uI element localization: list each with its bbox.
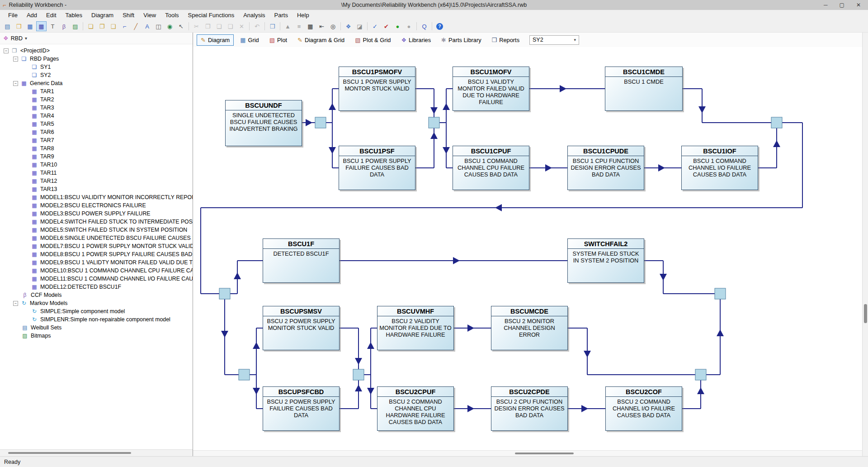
diagram-block-switchfail2[interactable]: SWITCHFAIL2SYSTEM FAILED STUCK IN SYSTEM…: [567, 238, 644, 283]
tree-item-tar3[interactable]: ▦TAR3: [0, 104, 193, 112]
diagram-vertical-scrollbar[interactable]: [862, 33, 868, 456]
menu-item-tables[interactable]: Tables: [61, 11, 87, 19]
grid-toggle-icon[interactable]: ▦: [305, 21, 316, 31]
tree-item-model6[interactable]: ▦MODEL6:SINGLE UNDETECTED BSCU FAILURE C…: [0, 234, 193, 242]
tree-item-ccf-models[interactable]: βCCF Models: [0, 291, 193, 299]
menu-item-view[interactable]: View: [139, 11, 160, 19]
junction-node[interactable]: [429, 117, 439, 128]
block-properties-icon[interactable]: ❖: [343, 21, 354, 31]
junction-node[interactable]: [353, 369, 364, 380]
menu-item-tools[interactable]: Tools: [160, 11, 183, 19]
tree-item-model9[interactable]: ▦MODEL9:BSCU 1 VALIDTY MONITOR FAILED VA…: [0, 258, 193, 267]
tab-diagram[interactable]: ✎Diagram: [197, 34, 234, 46]
menu-item-edit[interactable]: Edit: [42, 11, 61, 19]
tab-plot-grid[interactable]: ▧Plot & Grid: [351, 34, 395, 46]
tree-item-generic-data[interactable]: −▦Generic Data: [0, 79, 193, 87]
cut-icon[interactable]: ✂: [191, 21, 202, 31]
status-green-icon[interactable]: ●: [392, 21, 403, 31]
save-project-icon[interactable]: ▦: [25, 21, 35, 31]
copy-page-icon[interactable]: ❐: [97, 21, 107, 31]
undo-icon[interactable]: ↶: [252, 21, 262, 31]
export-page-icon[interactable]: ◪: [354, 21, 365, 31]
annotate-icon[interactable]: A: [142, 21, 152, 31]
hyperlink-icon[interactable]: ◉: [165, 21, 175, 31]
tree-item-model12[interactable]: ▦MODEL12:DETECTED BSCU1F: [0, 283, 193, 291]
menu-item-file[interactable]: File: [4, 11, 22, 19]
diagram-hscrollbar-thumb[interactable]: [515, 453, 574, 454]
tree-item-model8[interactable]: ▦MODEL8:BSCU 1 POWER SUPPLY FAILURE CAUS…: [0, 250, 193, 258]
diagram-block-bscu1cpude[interactable]: BSCU1CPUDEBSCU 1 CPU FUNCTION DESIGN ERR…: [567, 146, 644, 190]
junction-node[interactable]: [715, 288, 726, 299]
link-pages-icon[interactable]: ⌐: [119, 21, 130, 31]
open-project-icon[interactable]: ❒: [14, 21, 24, 31]
junction-node[interactable]: [771, 117, 782, 128]
help-icon[interactable]: ?: [434, 21, 445, 31]
tree-item-tar4[interactable]: ▦TAR4: [0, 112, 193, 120]
import-page-icon[interactable]: ❏: [85, 21, 96, 31]
menu-item-add[interactable]: Add: [22, 11, 42, 19]
tree-item-simple[interactable]: ↻SIMPLE:Simple component model: [0, 307, 193, 315]
chevron-down-icon[interactable]: ▾: [25, 36, 27, 41]
tree-item-weibull-sets[interactable]: ▤Weibull Sets: [0, 324, 193, 332]
tree-item-simplenr[interactable]: ↻SIMPLENR:Simple non-repairable componen…: [0, 315, 193, 324]
tree-item-sy1[interactable]: ❏SY1: [0, 63, 193, 71]
diagram-block-bscu1f[interactable]: BSCU1FDETECTED BSCU1F: [263, 238, 340, 283]
align-icon[interactable]: ≡: [294, 21, 304, 31]
pan-icon[interactable]: ⇤: [316, 21, 327, 31]
diagram-block-bscu1cpuf[interactable]: BSCU1CPUFBSCU 1 COMMAND CHANNEL CPU FAIL…: [453, 146, 529, 190]
junction-node[interactable]: [315, 117, 326, 128]
tree-item-model4[interactable]: ▦MODEL4:SWITCH FAILED STUCK TO INTERMEDI…: [0, 218, 193, 226]
tree-item-tar7[interactable]: ▦TAR7: [0, 136, 193, 144]
diagram-block-bscu2cof[interactable]: BSCU2COFBSCU 2 COMMAND CHANNEL I/O FAILU…: [605, 386, 682, 431]
tree-item-tar9[interactable]: ▦TAR9: [0, 152, 193, 161]
tab-diagram-grid[interactable]: ✎Diagram & Grid: [293, 34, 349, 46]
tree-mode-selector[interactable]: RBD: [11, 35, 23, 42]
junction-node[interactable]: [219, 288, 230, 299]
tab-libraries[interactable]: ❖Libraries: [397, 34, 435, 46]
diagram-block-bscu1mofv[interactable]: BSCU1MOFVBSCU 1 VALIDTY MONITOR FAILED V…: [453, 67, 529, 111]
tree-item-model2[interactable]: ▦MODEL2:BSCU ELECTRONICS FAILURE: [0, 201, 193, 210]
diagram-block-bscuvmhf[interactable]: BSCUVMHFBSCU 2 VALIDITY MONITOR FAILED D…: [377, 306, 454, 350]
rbd-edit-icon[interactable]: ▦: [36, 21, 47, 31]
diagram-block-bscumcde[interactable]: BSCUMCDEBSCU 2 MONITOR CHANNEL DESIGN ER…: [491, 306, 568, 350]
menu-item-special-functions[interactable]: Special Functions: [184, 11, 239, 19]
menu-item-analysis[interactable]: Analysis: [239, 11, 269, 19]
tree-item-sy2[interactable]: ❏SY2: [0, 71, 193, 79]
tree-item-tar5[interactable]: ▦TAR5: [0, 120, 193, 128]
menu-item-shift[interactable]: Shift: [118, 11, 139, 19]
diagram-block-bscu2cpde[interactable]: BSCU2CPDEBSCU 2 CPU FUNCTION DESIGN ERRO…: [491, 386, 568, 431]
tree-item-tar6[interactable]: ▦TAR6: [0, 128, 193, 136]
tree-expander[interactable]: −: [13, 57, 18, 62]
duplicate-page-icon[interactable]: ❒: [267, 21, 278, 31]
junction-node[interactable]: [695, 369, 706, 380]
minimize-button[interactable]: ─: [824, 2, 828, 8]
tree-item-markov-models[interactable]: −↻Markov Models: [0, 299, 193, 307]
tree-item-tar10[interactable]: ▦TAR10: [0, 161, 193, 169]
find-in-pages-icon[interactable]: ◫: [153, 21, 164, 31]
junction-node[interactable]: [239, 369, 250, 380]
diagram-block-bscupsfcbd[interactable]: BSCUPSFCBDBSCU 2 POWER SUPPLY FAILURE CA…: [263, 386, 340, 431]
draw-connection-icon[interactable]: ╱: [131, 21, 141, 31]
diagram-block-bscu1iof[interactable]: BSCU1IOFBSCU 1 COMMAND CHANNEL I/O FAILU…: [681, 146, 758, 190]
tree-item-tar2[interactable]: ▦TAR2: [0, 95, 193, 104]
close-button[interactable]: ✕: [856, 2, 861, 8]
tree-item-model10[interactable]: ▦MODEL10:BSCU 1 COMMAND CHANNEL CPU FAIL…: [0, 267, 193, 275]
menu-item-diagram[interactable]: Diagram: [87, 11, 118, 19]
tree-scrollbar-thumb[interactable]: [8, 452, 131, 454]
diagram-block-bscu1psf[interactable]: BSCU1PSFBSCU 1 POWER SUPPLY FAILURE CAUS…: [339, 146, 415, 190]
maximize-button[interactable]: ▢: [840, 2, 844, 8]
pointer-tool-icon[interactable]: ↖: [176, 21, 186, 31]
page-selector[interactable]: SY2 ▾: [529, 35, 579, 45]
diagram-block-bscu2cpuf[interactable]: BSCU2CPUFBSCU 2 COMMAND CHANNEL CPU HARD…: [377, 386, 454, 431]
paste-icon[interactable]: ❏: [214, 21, 224, 31]
tree-expander[interactable]: −: [13, 301, 18, 306]
tree-item-model5[interactable]: ▦MODEL5:SWITCH FAILED STUCK IN SYSTEM PO…: [0, 226, 193, 234]
copy-icon[interactable]: ❐: [203, 21, 213, 31]
tree-item-bitmaps[interactable]: ▨Bitmaps: [0, 332, 193, 340]
paste-special-icon[interactable]: ❑: [225, 21, 236, 31]
tab-grid[interactable]: ▦Grid: [236, 34, 263, 46]
tab-plot[interactable]: ▧Plot: [265, 34, 291, 46]
tab-reports[interactable]: ❒Reports: [488, 34, 524, 46]
tree-item-tar11[interactable]: ▦TAR11: [0, 169, 193, 177]
tab-parts-library[interactable]: ✱Parts Library: [437, 34, 485, 46]
